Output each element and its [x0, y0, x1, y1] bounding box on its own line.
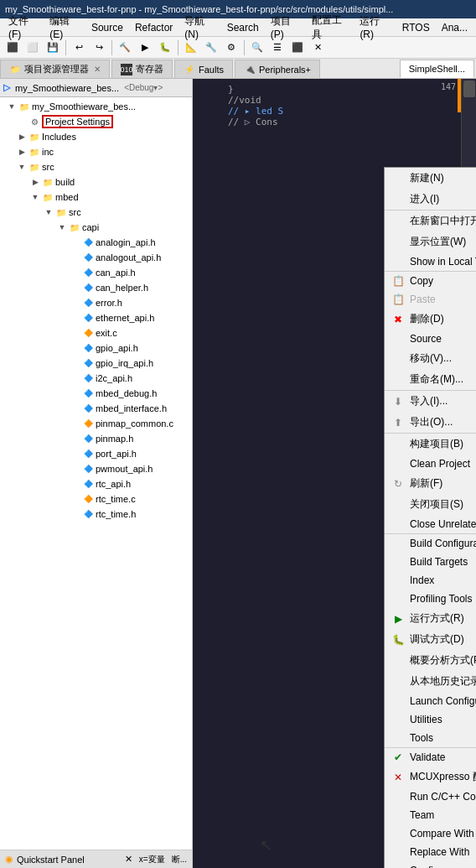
ctx-item-mcux-config[interactable]: ✕ MCUXpresso 配置工具 [385, 767, 476, 787]
tab-registers[interactable]: 010 寄存器 [111, 60, 173, 78]
menu-ana[interactable]: Ana... [437, 20, 473, 35]
menu-rtos[interactable]: RTOS [397, 20, 435, 35]
ctx-item-open-new-window[interactable]: 在新窗口中打开(W) [385, 211, 476, 231]
ctx-item-utilities[interactable]: Utilities [385, 710, 476, 729]
tree-view[interactable]: ▼ 📁 my_Smoothieware_bes... ⚙ Project Set… [0, 97, 192, 850]
ctx-item-validate[interactable]: ✔ Validate [385, 748, 476, 767]
quickstart-tab-break[interactable]: 断... [172, 854, 187, 865]
tree-node-pinmap-common[interactable]: 🔶 pinmap_common.c [0, 416, 192, 431]
menu-search[interactable]: Search [222, 20, 264, 35]
ctx-item-close-unrelated[interactable]: Close Unrelated Project [385, 515, 476, 533]
ctx-item-paste[interactable]: 📋 Paste Ctrl+V [385, 290, 476, 309]
tab-close-project[interactable]: ✕ [94, 65, 101, 74]
tree-node-error[interactable]: 🔷 error.h [0, 295, 192, 310]
tree-node-build[interactable]: ▶ 📁 build [0, 174, 192, 190]
tree-node-mbed-debug[interactable]: 🔷 mbed_debug.h [0, 386, 192, 401]
tree-node-port-api[interactable]: 🔷 port_api.h [0, 446, 192, 461]
ctx-item-local-terminal[interactable]: Show in Local Terminal [385, 252, 476, 271]
toolbar-btn-11[interactable]: ⚙ [222, 39, 241, 56]
toolbar-btn-1[interactable]: ⬛ [3, 39, 22, 56]
ctx-item-replace-with[interactable]: Replace With [385, 843, 476, 861]
ctx-item-launch-config[interactable]: Launch Configurations [385, 692, 476, 710]
menu-source[interactable]: Source [86, 20, 128, 35]
ctx-item-build-configurations[interactable]: Build Configurations [385, 534, 476, 553]
tree-node-gpio-api[interactable]: 🔷 gpio_api.h [0, 340, 192, 356]
ctx-item-tools[interactable]: Tools [385, 729, 476, 747]
ctx-item-code-analysis[interactable]: Run C/C++ Code Analysis [385, 787, 476, 806]
ctx-item-show-location[interactable]: 显示位置(W) Alt+Shift+W [385, 231, 476, 252]
tree-node-src[interactable]: ▼ 📁 src [0, 159, 192, 174]
ctx-item-configure[interactable]: Configure [385, 861, 476, 868]
ctx-item-delete[interactable]: ✖ 删除(D) Delete [385, 309, 476, 330]
ctx-item-build-project[interactable]: 构建项目(B) [385, 434, 476, 455]
tree-node-rtc-time-h[interactable]: 🔷 rtc_time.h [0, 507, 192, 522]
toolbar-btn-14[interactable]: ⬛ [288, 39, 307, 56]
ctx-item-restore[interactable]: 从本地历史记录复原(Y)... [385, 671, 476, 692]
tree-node-inc[interactable]: ▶ 📁 inc [0, 144, 192, 159]
tree-node-can-helper[interactable]: 🔷 can_helper.h [0, 280, 192, 295]
ctx-item-profile[interactable]: 概要分析方式(P) [385, 650, 476, 671]
ctx-item-enter[interactable]: 进入(I) [385, 189, 476, 210]
menu-project[interactable]: 项目(P) [266, 13, 306, 42]
toolbar-btn-13[interactable]: ☰ [268, 39, 287, 56]
tree-node-capi[interactable]: ▼ 📁 capi [0, 220, 192, 235]
menu-navigate[interactable]: 导航(N) [179, 13, 220, 42]
toolbar-btn-12[interactable]: 🔍 [248, 39, 266, 56]
toolbar-btn-15[interactable]: ✕ [308, 39, 327, 56]
menu-run[interactable]: 运行(R) [354, 13, 395, 42]
tree-node-src-inner[interactable]: ▼ 📁 src [0, 205, 192, 220]
tree-node-rtc-api[interactable]: 🔷 rtc_api.h [0, 476, 192, 491]
ctx-item-rename[interactable]: 重命名(M)... F2 [385, 369, 476, 390]
ctx-item-refresh[interactable]: ↻ 刷新(F) F5 [385, 473, 476, 494]
tree-node-exit[interactable]: 🔶 exit.c [0, 325, 192, 340]
ctx-item-run[interactable]: ▶ 运行方式(R) [385, 608, 476, 629]
tree-node-mbed[interactable]: ▼ 📁 mbed [0, 190, 192, 205]
tree-node-includes[interactable]: ▶ 📁 Includes [0, 129, 192, 144]
ctx-item-close-project[interactable]: 关闭项目(S) 打开属性对话框 [385, 494, 476, 515]
tab-simpleshell[interactable]: SimpleShell... [400, 60, 474, 78]
menu-refactor[interactable]: Refactor [130, 20, 178, 35]
ctx-item-build-targets[interactable]: Build Targets [385, 553, 476, 571]
toolbar-btn-4[interactable]: ↩ [70, 39, 88, 56]
tab-faults[interactable]: ⚡ Faults [174, 60, 233, 78]
ctx-item-index[interactable]: Index [385, 571, 476, 590]
ctx-item-compare-with[interactable]: Compare With [385, 824, 476, 843]
menu-file[interactable]: 文件(F) [3, 13, 43, 42]
tab-peripherals[interactable]: 🔌 Peripherals+ [235, 60, 320, 78]
tree-node-can-api[interactable]: 🔷 can_api.h [0, 265, 192, 280]
menu-edit[interactable]: 编辑(E) [44, 13, 85, 42]
tree-node-project-settings[interactable]: ⚙ Project Settings [0, 114, 192, 129]
ctx-item-new[interactable]: 新建(N) [385, 168, 476, 189]
ctx-item-export[interactable]: ⬆ 导出(O)... [385, 412, 476, 433]
toolbar-btn-6[interactable]: 🔨 [116, 39, 134, 56]
ctx-item-import[interactable]: ⬇ 导入(I)... [385, 391, 476, 412]
toolbar-btn-10[interactable]: 🔧 [202, 39, 220, 56]
tab-project-explorer[interactable]: 📁 项目资源管理器 ✕ [0, 60, 110, 78]
tree-node-analogout[interactable]: 🔷 analogout_api.h [0, 250, 192, 265]
ctx-item-profiling-tools[interactable]: Profiling Tools [385, 590, 476, 608]
tree-node-pinmap[interactable]: 🔷 pinmap.h [0, 431, 192, 446]
toolbar-btn-7[interactable]: ▶ [136, 39, 154, 56]
ctx-item-move[interactable]: 移动(V)... [385, 348, 476, 369]
tree-node-pwmout[interactable]: 🔷 pwmout_api.h [0, 461, 192, 476]
toolbar-btn-3[interactable]: 💾 [44, 39, 62, 56]
ctx-item-team[interactable]: Team [385, 806, 476, 824]
toolbar-btn-9[interactable]: 📐 [182, 39, 200, 56]
tree-node-analogin[interactable]: 🔷 analogin_api.h [0, 235, 192, 250]
toolbar-btn-8[interactable]: 🐛 [156, 39, 174, 56]
tree-node-i2c[interactable]: 🔷 i2c_api.h [0, 371, 192, 386]
ctx-item-debug[interactable]: 🐛 调试方式(D) [385, 629, 476, 650]
toolbar-btn-2[interactable]: ⬜ [23, 39, 42, 56]
tree-node-gpio-irq[interactable]: 🔷 gpio_irq_api.h [0, 356, 192, 371]
ctx-item-source[interactable]: Source [385, 330, 476, 348]
tabs-row: 📁 项目资源管理器 ✕ 010 寄存器 ⚡ Faults 🔌 Periphera… [0, 59, 476, 79]
toolbar-btn-5[interactable]: ↪ [90, 39, 108, 56]
tree-node-root[interactable]: ▼ 📁 my_Smoothieware_bes... [0, 99, 192, 114]
tree-node-ethernet[interactable]: 🔷 ethernet_api.h [0, 310, 192, 325]
ctx-item-clean-project[interactable]: Clean Project [385, 455, 476, 473]
tree-node-mbed-interface[interactable]: 🔷 mbed_interface.h [0, 401, 192, 416]
quickstart-tab-var[interactable]: x=変量 [139, 854, 165, 865]
ctx-item-copy[interactable]: 📋 Copy Ctrl+C [385, 272, 476, 290]
tree-node-rtc-time-c[interactable]: 🔶 rtc_time.c [0, 491, 192, 507]
quickstart-close[interactable]: ✕ [125, 854, 132, 865]
